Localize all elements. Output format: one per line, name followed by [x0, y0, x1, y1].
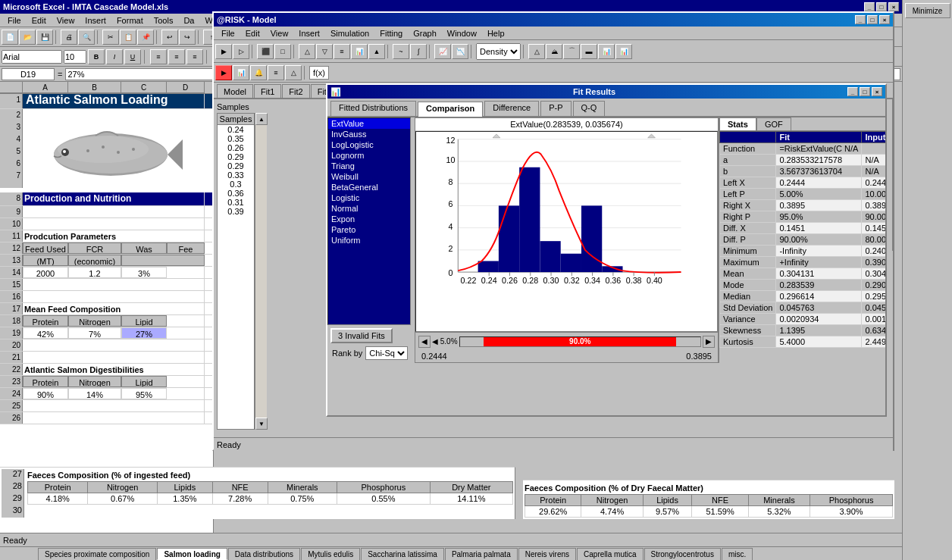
row-num-25[interactable]: 25	[0, 400, 23, 411]
cell-a26[interactable]	[23, 412, 205, 424]
tab-caprella[interactable]: Caprella mutica	[577, 548, 643, 560]
menu-insert[interactable]: Insert	[80, 15, 111, 26]
row-num-11[interactable]: 11	[0, 230, 23, 242]
new-btn[interactable]: 📄	[2, 30, 18, 45]
scroll-down-btn[interactable]: ▼	[255, 418, 268, 430]
cell-b12[interactable]: FCR	[68, 242, 121, 254]
risk-btn17[interactable]: ▬	[581, 44, 597, 59]
cell-c23[interactable]: Lipid	[121, 376, 167, 387]
risk-menu-graph[interactable]: Graph	[409, 28, 441, 39]
cell-a24[interactable]: 90%	[23, 388, 68, 399]
tab-strongy[interactable]: Strongylocentrotus	[644, 548, 721, 560]
row-num-5[interactable]: 5	[0, 145, 23, 158]
tab-misc[interactable]: misc.	[722, 548, 753, 560]
cell-a13[interactable]: (MT)	[23, 255, 68, 266]
excel-title-buttons[interactable]: _ □ ×	[864, 2, 899, 11]
row-num-13[interactable]: 13	[0, 255, 23, 266]
cut-btn[interactable]: ✂	[102, 30, 119, 45]
risk-btn15[interactable]: ⛰	[546, 44, 562, 59]
faeces-minerals-val[interactable]: 0.75%	[268, 493, 337, 505]
tab-fitted-distributions[interactable]: Fitted Distributions	[330, 101, 416, 116]
risk-minimize-btn[interactable]: _	[855, 15, 866, 24]
risk-btn3[interactable]: ⬛	[257, 44, 274, 59]
cell-a11[interactable]: Prodcution Parameters	[23, 230, 205, 242]
risk-model-buttons[interactable]: _ □ ×	[855, 15, 890, 24]
cell-d14[interactable]	[167, 267, 205, 278]
risk-btn22[interactable]: 🔔	[250, 65, 267, 80]
faeces-lipids-val[interactable]: 1.35%	[157, 493, 212, 505]
tab-mytulis[interactable]: Mytulis edulis	[301, 548, 360, 560]
dry-nitrogen-val[interactable]: 4.74%	[581, 506, 643, 518]
fit-minimize-btn[interactable]: _	[847, 87, 858, 96]
faeces-nitrogen-val[interactable]: 0.67%	[88, 493, 158, 505]
row-num-16[interactable]: 16	[0, 291, 23, 302]
risk-btn1[interactable]: ▶	[215, 44, 232, 59]
row-num-10[interactable]: 10	[0, 218, 23, 230]
cell-a19[interactable]: 42%	[23, 327, 68, 339]
stats-tab-stats[interactable]: Stats	[719, 117, 756, 130]
samples-scrollbar[interactable]: ▲ ▼	[255, 113, 267, 430]
cell-c14[interactable]: 3%	[121, 267, 167, 278]
risk-btn19[interactable]: 📊	[615, 44, 632, 59]
tab-palmaria[interactable]: Palmaria palmata	[445, 548, 518, 560]
cell-a1-title[interactable]: Atlantic Salmon Loading	[23, 94, 205, 108]
risk-menu-fitting[interactable]: Fitting	[375, 28, 407, 39]
col-c[interactable]: C	[121, 82, 167, 93]
tab-difference[interactable]: Difference	[484, 101, 539, 116]
risk-menu-edit[interactable]: Edit	[241, 28, 265, 39]
risk-btn12[interactable]: 📈	[434, 44, 451, 59]
cell-b18[interactable]: Nitrogen	[68, 315, 121, 327]
cell-a20[interactable]	[23, 339, 205, 351]
dist-weibull[interactable]: Weibull	[328, 171, 410, 182]
tab-data[interactable]: Data distributions	[228, 548, 300, 560]
row-num-23[interactable]: 23	[0, 376, 23, 387]
cell-a17[interactable]: Mean Feed Composition	[23, 303, 205, 314]
row-num-7[interactable]: 7	[0, 170, 23, 188]
cell-c24[interactable]: 95%	[121, 388, 167, 399]
row-num-21[interactable]: 21	[0, 352, 23, 363]
font-name[interactable]	[2, 50, 62, 64]
cell-c18[interactable]: Lipid	[121, 315, 167, 327]
menu-tools[interactable]: Tools	[149, 15, 178, 26]
faeces-protein-val[interactable]: 4.18%	[28, 493, 88, 505]
col-b[interactable]: B	[68, 82, 121, 93]
tab-species[interactable]: Species proximate composition	[38, 548, 156, 560]
rank-select[interactable]: Chi-Sq	[365, 346, 408, 360]
dry-minerals-val[interactable]: 5.32%	[748, 506, 810, 518]
dist-normal[interactable]: Normal	[328, 203, 410, 214]
risk-btn2[interactable]: ▷	[233, 44, 249, 59]
cell-d19[interactable]	[167, 327, 205, 339]
risk-close-btn[interactable]: ×	[879, 15, 890, 24]
row-num-4[interactable]: 4	[0, 133, 23, 145]
range-track[interactable]: 90.0%	[459, 336, 701, 347]
tab-pp[interactable]: P-P	[540, 101, 571, 116]
risk-btn18[interactable]: 📊	[598, 44, 615, 59]
dry-phosphorus-val[interactable]: 3.90%	[810, 506, 893, 518]
risk-btn9[interactable]: ▲	[368, 44, 385, 59]
risk-btn4[interactable]: □	[274, 44, 291, 59]
stats-tab-gof[interactable]: GOF	[756, 117, 791, 130]
cell-a18[interactable]: Protein	[23, 315, 68, 327]
row-num-19[interactable]: 19	[0, 327, 23, 339]
menu-file[interactable]: File	[3, 15, 26, 26]
row-num-8[interactable]: 8	[0, 192, 23, 205]
cell-b23[interactable]: Nitrogen	[68, 376, 121, 387]
cell-a14[interactable]: 2000	[23, 267, 68, 278]
invalid-fits-btn[interactable]: 3 Invalid Fits	[330, 328, 393, 343]
risk-restore-btn[interactable]: □	[867, 15, 878, 24]
col-d[interactable]: D	[167, 82, 205, 93]
cell-b13[interactable]: (economic)	[68, 255, 121, 266]
underline-btn[interactable]: U	[124, 49, 141, 64]
dist-lognorm[interactable]: Lognorm	[328, 150, 410, 161]
tab-salmon[interactable]: Salmon loading	[157, 548, 227, 560]
risk-btn14[interactable]: △	[528, 44, 545, 59]
name-box[interactable]	[2, 68, 55, 80]
preview-btn[interactable]: 🔍	[78, 30, 95, 45]
dist-pareto[interactable]: Pareto	[328, 224, 410, 235]
risk-btn10[interactable]: ~	[393, 44, 409, 59]
menu-edit[interactable]: Edit	[27, 15, 51, 26]
menu-format[interactable]: Format	[112, 15, 148, 26]
cell-a23[interactable]: Protein	[23, 376, 68, 387]
minimize-btn[interactable]: _	[864, 2, 875, 11]
risk-menu-insert[interactable]: Insert	[294, 28, 324, 39]
